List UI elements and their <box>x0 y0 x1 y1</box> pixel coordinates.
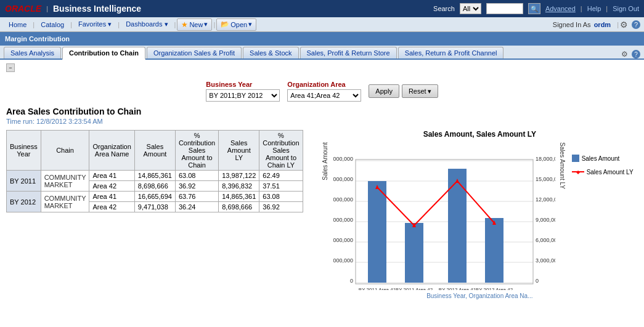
sales-cell: 8,698,666 <box>134 181 175 192</box>
new-button[interactable]: ★ New ▾ <box>177 18 212 31</box>
chain-cell: COMMUNITYMARKET <box>41 192 89 212</box>
table-row: BY 2011 COMMUNITYMARKET Area 41 14,865,3… <box>7 171 303 181</box>
business-year-label: Business Year <box>206 81 280 88</box>
tab-help-icon[interactable]: ? <box>632 50 640 59</box>
svg-text:3,000,000: 3,000,000 <box>333 257 353 264</box>
signed-in-label: Signed In As <box>553 21 593 28</box>
search-scope-dropdown[interactable]: All <box>460 3 481 14</box>
username-label: ordm <box>594 21 611 28</box>
oracle-wordmark: ORACLE <box>5 4 41 14</box>
business-year-select[interactable]: BY 2011;BY 2012 <box>206 89 280 102</box>
tab-sales-return-profit-channel[interactable]: Sales, Return & Profit Channel <box>398 47 504 59</box>
tab-sales-stock[interactable]: Sales & Stock <box>243 47 298 59</box>
contrib-cell: 36.24 <box>175 202 218 212</box>
tab-settings-icon[interactable]: ⚙ <box>621 50 628 59</box>
app-title: Business Intelligence <box>53 4 141 14</box>
chart-area: Sales Amount, Sales Amount LY Sales Amou… <box>322 130 638 299</box>
svg-text:BY 2012 Area 42: BY 2012 Area 42 <box>475 287 513 290</box>
filter-row: Business Year BY 2011;BY 2012 Organizati… <box>6 76 638 107</box>
chart-x-label: Business Year, Organization Area Na... <box>322 293 638 299</box>
nav-dashboards[interactable]: Dashboards ▾ <box>121 17 173 32</box>
business-year-filter: Business Year BY 2011;BY 2012 <box>206 81 280 102</box>
bar-3 <box>448 169 467 283</box>
bar-2 <box>405 223 423 283</box>
help-icon[interactable]: ? <box>632 20 640 29</box>
help-button[interactable]: Help <box>587 5 601 12</box>
content-area: − Business Year BY 2011;BY 2012 Organiza… <box>0 60 644 306</box>
area-cell: Area 42 <box>89 181 134 192</box>
contrib-ly-cell: 63.08 <box>259 192 303 202</box>
org-area-select[interactable]: Area 41;Area 42 <box>287 89 361 102</box>
svg-text:18,000,000: 18,000,000 <box>536 156 555 162</box>
sales-ly-cell: 13,987,122 <box>219 171 259 181</box>
svg-text:12,000,000: 12,000,000 <box>536 196 555 203</box>
svg-text:BY 2012 Area 41: BY 2012 Area 41 <box>438 287 476 290</box>
reset-button[interactable]: Reset ▾ <box>402 84 438 98</box>
col-header-chain: Chain <box>41 131 89 171</box>
apply-button[interactable]: Apply <box>369 84 399 98</box>
chart-title: Sales Amount, Sales Amount LY <box>322 130 638 139</box>
col-header-contrib-ly: %ContributionSalesAmount toChain LY <box>259 131 303 171</box>
nav-favorites[interactable]: Favorites ▾ <box>73 17 116 32</box>
table-row: BY 2012 COMMUNITYMARKET Area 41 16,665,6… <box>7 192 303 202</box>
legend-line-icon: ◆ <box>572 168 584 176</box>
year-cell: BY 2011 <box>7 171 41 192</box>
col-header-year: BusinessYear <box>7 131 41 171</box>
y-axis-left-label: Sales Amount <box>322 142 328 180</box>
search-label: Search <box>433 5 455 12</box>
chain-cell: COMMUNITYMARKET <box>41 171 89 192</box>
svg-text:6,000,000: 6,000,000 <box>536 237 555 243</box>
tab-bar: Sales Analysis Contribution to Chain Org… <box>0 46 644 60</box>
collapse-button[interactable]: − <box>6 63 15 72</box>
svg-text:6,000,000: 6,000,000 <box>333 237 353 243</box>
col-header-sales: SalesAmount <box>134 131 175 171</box>
legend-bar-icon <box>572 155 579 162</box>
line-series <box>377 181 494 225</box>
org-area-filter: Organization Area Area 41;Area 42 <box>287 81 361 102</box>
svg-text:BY 2011 Area 42: BY 2011 Area 42 <box>395 287 433 290</box>
area-cell: Area 41 <box>89 171 134 181</box>
svg-text:9,000,000: 9,000,000 <box>333 217 353 223</box>
legend-line-label: Sales Amount LY <box>587 169 634 176</box>
contrib-cell: 63.08 <box>175 171 218 181</box>
col-header-sales-ly: SalesAmountLY <box>219 131 259 171</box>
nav-home[interactable]: Home <box>4 17 31 32</box>
run-time: Time run: 12/8/2012 3:23:54 AM <box>6 118 638 125</box>
col-header-contrib: %ContributionSalesAmount toChain <box>175 131 218 171</box>
nav-bar: Home | Catalog | Favorites ▾ | Dashboard… <box>0 17 644 32</box>
signout-button[interactable]: Sign Out <box>613 5 639 12</box>
open-button[interactable]: 📂 Open ▾ <box>216 18 256 31</box>
tab-sales-analysis[interactable]: Sales Analysis <box>4 47 61 59</box>
tab-contribution-to-chain[interactable]: Contribution to Chain <box>62 47 145 60</box>
svg-text:18,000,000: 18,000,000 <box>333 156 353 162</box>
sales-ly-cell: 14,865,361 <box>219 192 259 202</box>
svg-text:15,000,000: 15,000,000 <box>333 176 353 182</box>
contrib-ly-cell: 36.92 <box>259 202 303 212</box>
y-axis-right-label: Sales Amount LY <box>559 142 566 189</box>
search-input[interactable] <box>486 3 523 14</box>
nav-catalog[interactable]: Catalog <box>36 17 69 32</box>
svg-text:0: 0 <box>536 278 539 284</box>
sales-ly-cell: 8,396,832 <box>219 181 259 192</box>
area-cell: Area 42 <box>89 202 134 212</box>
tab-sales-profit-return-store[interactable]: Sales, Profit & Return Store <box>300 47 397 59</box>
svg-text:9,000,000: 9,000,000 <box>536 217 555 223</box>
sales-ly-cell: 8,698,666 <box>219 202 259 212</box>
legend-line: ◆ Sales Amount LY <box>572 168 634 176</box>
contrib-cell: 36.92 <box>175 181 218 192</box>
settings-icon[interactable]: ⚙ <box>620 20 628 30</box>
sales-cell: 16,665,694 <box>134 192 175 202</box>
report-title: Area Sales Contribution to Chain <box>6 107 638 116</box>
legend-bar-label: Sales Amount <box>582 155 620 162</box>
col-header-org-area: OrganizationArea Name <box>89 131 134 171</box>
breadcrumb-bar: Margin Contribution <box>0 32 644 46</box>
year-cell: BY 2012 <box>7 192 41 212</box>
top-bar: ORACLE | Business Intelligence Search Al… <box>0 0 644 17</box>
data-table: BusinessYear Chain OrganizationArea Name… <box>6 130 303 212</box>
legend-bar: Sales Amount <box>572 155 634 162</box>
svg-text:12,000,000: 12,000,000 <box>333 196 353 203</box>
tab-org-sales-profit[interactable]: Organization Sales & Profit <box>147 47 242 59</box>
advanced-button[interactable]: Advanced <box>545 5 576 12</box>
svg-text:BY 2011 Area 41: BY 2011 Area 41 <box>358 287 396 290</box>
search-button[interactable]: 🔍 <box>528 3 540 14</box>
